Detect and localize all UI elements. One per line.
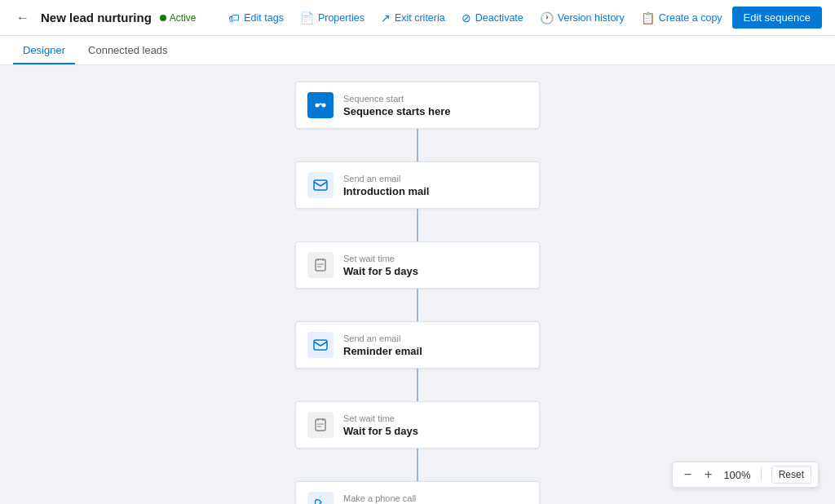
email2-icon xyxy=(307,332,334,358)
node-wait2[interactable]: Set wait time Wait for 5 days xyxy=(295,401,540,449)
node-start[interactable]: Sequence start Sequence starts here xyxy=(295,82,540,129)
deactivate-icon: ⊘ xyxy=(462,11,471,24)
svg-rect-8 xyxy=(314,340,327,350)
node-wait2-label: Wait for 5 days xyxy=(343,425,418,437)
svg-rect-2 xyxy=(314,180,327,190)
topbar-left: ← New lead nurturing Active xyxy=(13,7,197,29)
exit-criteria-button[interactable]: ↗ Exit criteria xyxy=(374,7,452,29)
connector-2 xyxy=(417,209,418,241)
tag-icon: 🏷 xyxy=(228,11,240,24)
node-start-label: Sequence starts here xyxy=(343,105,451,117)
node-email1-type: Send an email xyxy=(343,174,429,183)
connector-1 xyxy=(417,129,418,161)
active-dot xyxy=(160,15,166,21)
tab-designer[interactable]: Designer xyxy=(13,38,75,64)
svg-rect-9 xyxy=(316,419,325,431)
zoom-controls: − + 100% Reset xyxy=(672,462,819,488)
svg-point-1 xyxy=(322,104,326,108)
edit-tags-button[interactable]: 🏷 Edit tags xyxy=(222,7,290,29)
tabbar: Designer Connected leads xyxy=(0,36,835,65)
node-wait1[interactable]: Set wait time Wait for 5 days xyxy=(295,241,540,289)
zoom-percent: 100% xyxy=(720,469,753,481)
topbar-right: 🏷 Edit tags 📄 Properties ↗ Exit criteria… xyxy=(222,7,822,29)
properties-button[interactable]: 📄 Properties xyxy=(294,7,371,29)
node-email2-type: Send an email xyxy=(343,334,422,343)
copy-icon: 📋 xyxy=(641,11,655,24)
version-history-button[interactable]: 🕐 Version history xyxy=(533,7,631,29)
node-wait1-content: Set wait time Wait for 5 days xyxy=(343,254,418,277)
tab-connected-leads[interactable]: Connected leads xyxy=(78,38,178,64)
connector-4 xyxy=(417,369,418,401)
wait2-icon xyxy=(307,412,334,438)
node-email1-label: Introduction mail xyxy=(343,185,429,197)
status-badge: Active xyxy=(160,12,197,24)
node-wait2-content: Set wait time Wait for 5 days xyxy=(343,413,418,437)
properties-icon: 📄 xyxy=(300,11,314,24)
node-phone1[interactable]: Make a phone call Call customer xyxy=(295,481,540,504)
connector-5 xyxy=(417,449,418,481)
node-email2-label: Reminder email xyxy=(343,345,422,357)
node-phone1-content: Make a phone call Call customer xyxy=(343,493,416,505)
node-email1[interactable]: Send an email Introduction mail xyxy=(295,161,540,209)
topbar: ← New lead nurturing Active 🏷 Edit tags … xyxy=(0,0,835,36)
node-email2-content: Send an email Reminder email xyxy=(343,334,422,357)
node-email2[interactable]: Send an email Reminder email xyxy=(295,321,540,369)
svg-point-0 xyxy=(316,104,320,108)
page-title: New lead nurturing xyxy=(41,11,152,24)
zoom-in-button[interactable]: + xyxy=(700,466,717,484)
status-label: Active xyxy=(170,12,197,24)
zoom-out-button[interactable]: − xyxy=(679,466,696,484)
edit-sequence-button[interactable]: Edit sequence xyxy=(732,7,822,29)
node-phone1-type: Make a phone call xyxy=(343,493,416,503)
node-start-content: Sequence start Sequence starts here xyxy=(343,94,451,117)
node-wait1-type: Set wait time xyxy=(343,254,418,263)
email1-icon xyxy=(307,172,334,198)
connector-3 xyxy=(417,289,418,321)
start-icon xyxy=(307,92,334,118)
canvas: Sequence start Sequence starts here Send… xyxy=(0,65,835,504)
svg-rect-3 xyxy=(316,259,325,271)
wait1-icon xyxy=(307,252,334,278)
zoom-reset-button[interactable]: Reset xyxy=(771,466,811,484)
node-wait1-label: Wait for 5 days xyxy=(343,265,418,277)
exit-icon: ↗ xyxy=(381,11,391,24)
node-start-type: Sequence start xyxy=(343,94,451,104)
sequence-flow: Sequence start Sequence starts here Send… xyxy=(287,82,548,504)
node-wait2-type: Set wait time xyxy=(343,413,418,423)
zoom-divider xyxy=(761,468,762,481)
node-email1-content: Send an email Introduction mail xyxy=(343,174,429,197)
phone1-icon xyxy=(307,492,334,504)
back-button[interactable]: ← xyxy=(13,7,33,29)
history-icon: 🕐 xyxy=(540,11,554,24)
create-copy-button[interactable]: 📋 Create a copy xyxy=(634,7,729,29)
deactivate-button[interactable]: ⊘ Deactivate xyxy=(455,7,530,29)
